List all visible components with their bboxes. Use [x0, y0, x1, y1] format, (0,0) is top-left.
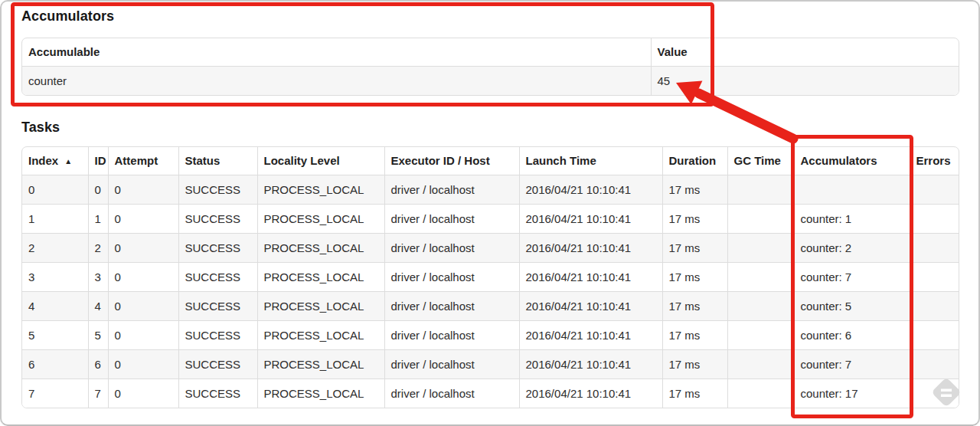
task-cell-status: SUCCESS: [178, 349, 257, 378]
task-cell-attempt: 0: [108, 204, 178, 233]
column-header-index-label: Index: [28, 154, 58, 167]
task-cell-gc: [727, 349, 794, 378]
task-cell-id: 0: [88, 175, 108, 204]
task-cell-executor: driver / localhost: [384, 233, 519, 262]
column-header-errors[interactable]: Errors: [910, 147, 959, 175]
task-cell-locality: PROCESS_LOCAL: [257, 233, 384, 262]
task-cell-executor: driver / localhost: [384, 262, 519, 291]
task-cell-index: 6: [22, 349, 88, 378]
task-cell-attempt: 0: [108, 175, 178, 204]
task-cell-id: 6: [88, 349, 108, 378]
accumulator-row: counter 45: [22, 66, 959, 95]
task-cell-accumulators: counter: 1: [794, 204, 910, 233]
task-cell-duration: 17 ms: [662, 262, 727, 291]
tasks-header-row: Index▲ ID Attempt Status Locality Level …: [22, 147, 959, 175]
task-cell-errors: [910, 378, 959, 408]
task-cell-duration: 17 ms: [662, 175, 727, 204]
task-cell-duration: 17 ms: [662, 204, 727, 233]
task-cell-gc: [727, 204, 794, 233]
task-cell-launch: 2016/04/21 10:10:41: [519, 175, 662, 204]
task-cell-launch: 2016/04/21 10:10:41: [519, 320, 662, 349]
task-cell-launch: 2016/04/21 10:10:41: [519, 349, 662, 378]
task-row: 000SUCCESSPROCESS_LOCALdriver / localhos…: [22, 175, 959, 204]
task-cell-index: 0: [22, 175, 88, 204]
task-cell-id: 3: [88, 262, 108, 291]
column-header-index[interactable]: Index▲: [22, 147, 88, 175]
task-cell-status: SUCCESS: [178, 378, 257, 408]
task-cell-errors: [910, 233, 959, 262]
task-cell-status: SUCCESS: [178, 175, 257, 204]
task-cell-locality: PROCESS_LOCAL: [257, 262, 384, 291]
task-cell-index: 1: [22, 204, 88, 233]
task-row: 440SUCCESSPROCESS_LOCALdriver / localhos…: [22, 291, 959, 320]
task-cell-attempt: 0: [108, 349, 178, 378]
accumulable-value-cell: 45: [651, 66, 959, 95]
accumulable-name-cell: counter: [22, 66, 651, 95]
task-cell-duration: 17 ms: [662, 233, 727, 262]
task-cell-gc: [727, 378, 794, 408]
task-cell-status: SUCCESS: [178, 320, 257, 349]
task-cell-launch: 2016/04/21 10:10:41: [519, 291, 662, 320]
column-header-status[interactable]: Status: [178, 147, 257, 175]
task-cell-errors: [910, 291, 959, 320]
tasks-table-body: 000SUCCESSPROCESS_LOCALdriver / localhos…: [22, 175, 959, 408]
task-row: 660SUCCESSPROCESS_LOCALdriver / localhos…: [22, 349, 959, 378]
column-header-attempt[interactable]: Attempt: [108, 147, 178, 175]
task-cell-errors: [910, 320, 959, 349]
column-header-accumulators[interactable]: Accumulators: [794, 147, 910, 175]
task-cell-locality: PROCESS_LOCAL: [257, 349, 384, 378]
task-cell-id: 4: [88, 291, 108, 320]
task-cell-duration: 17 ms: [662, 320, 727, 349]
task-cell-status: SUCCESS: [178, 262, 257, 291]
task-row: 770SUCCESSPROCESS_LOCALdriver / localhos…: [22, 378, 959, 408]
accumulators-header-row: Accumulable Value: [22, 38, 959, 66]
task-cell-locality: PROCESS_LOCAL: [257, 175, 384, 204]
task-cell-index: 7: [22, 378, 88, 408]
task-cell-accumulators: counter: 5: [794, 291, 910, 320]
task-cell-attempt: 0: [108, 320, 178, 349]
task-cell-index: 4: [22, 291, 88, 320]
column-header-executor-id-host[interactable]: Executor ID / Host: [384, 147, 519, 175]
task-cell-executor: driver / localhost: [384, 378, 519, 408]
task-cell-gc: [727, 291, 794, 320]
task-cell-id: 7: [88, 378, 108, 408]
tasks-table: Index▲ ID Attempt Status Locality Level …: [21, 146, 959, 408]
column-header-locality-level[interactable]: Locality Level: [257, 147, 384, 175]
task-cell-errors: [910, 349, 959, 378]
task-cell-launch: 2016/04/21 10:10:41: [519, 262, 662, 291]
task-cell-locality: PROCESS_LOCAL: [257, 204, 384, 233]
column-header-value[interactable]: Value: [651, 38, 959, 66]
task-cell-attempt: 0: [108, 233, 178, 262]
accumulators-table: Accumulable Value counter 45: [21, 38, 959, 96]
task-row: 550SUCCESSPROCESS_LOCALdriver / localhos…: [22, 320, 959, 349]
column-header-accumulable[interactable]: Accumulable: [22, 38, 651, 66]
task-cell-attempt: 0: [108, 378, 178, 408]
task-row: 110SUCCESSPROCESS_LOCALdriver / localhos…: [22, 204, 959, 233]
accumulators-section-title: Accumulators: [21, 8, 959, 25]
task-cell-status: SUCCESS: [178, 204, 257, 233]
column-header-duration[interactable]: Duration: [662, 147, 727, 175]
tasks-section-title: Tasks: [21, 119, 959, 136]
task-cell-executor: driver / localhost: [384, 320, 519, 349]
task-cell-index: 2: [22, 233, 88, 262]
task-cell-status: SUCCESS: [178, 233, 257, 262]
sort-ascending-icon[interactable]: ▲: [64, 157, 72, 165]
task-cell-id: 1: [88, 204, 108, 233]
task-cell-gc: [727, 233, 794, 262]
task-cell-errors: [910, 175, 959, 204]
task-cell-attempt: 0: [108, 291, 178, 320]
task-cell-attempt: 0: [108, 262, 178, 291]
task-cell-executor: driver / localhost: [384, 291, 519, 320]
task-cell-errors: [910, 262, 959, 291]
task-cell-accumulators: counter: 17: [794, 378, 910, 408]
task-cell-gc: [727, 262, 794, 291]
task-cell-status: SUCCESS: [178, 291, 257, 320]
column-header-launch-time[interactable]: Launch Time: [519, 147, 662, 175]
task-cell-accumulators: [794, 175, 910, 204]
task-cell-accumulators: counter: 2: [794, 233, 910, 262]
task-cell-executor: driver / localhost: [384, 175, 519, 204]
column-header-id[interactable]: ID: [88, 147, 108, 175]
column-header-gc-time[interactable]: GC Time: [727, 147, 794, 175]
task-cell-executor: driver / localhost: [384, 204, 519, 233]
task-cell-executor: driver / localhost: [384, 349, 519, 378]
